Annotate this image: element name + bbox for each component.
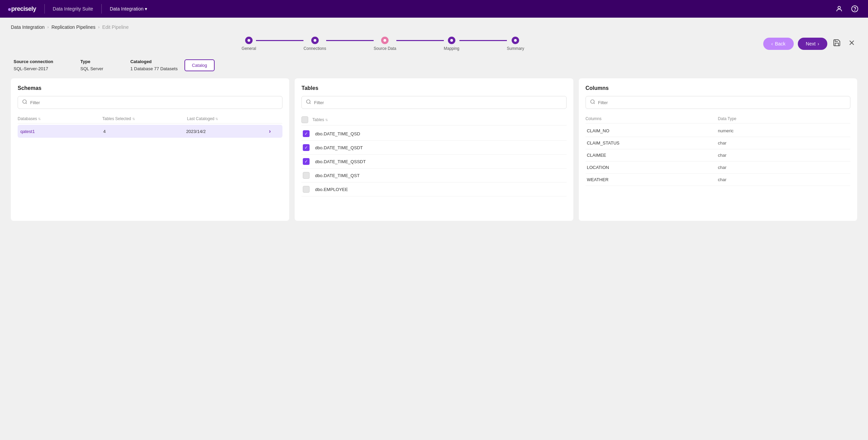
tables-panel: Tables Tables ⇅ (295, 78, 573, 221)
tables-filter-box[interactable] (301, 96, 566, 109)
table-name-3: dbo.DATE_TIME_QSSDT (315, 159, 565, 164)
columns-panel-title: Columns (586, 85, 850, 91)
column-row: CLAIM_NO numeric (586, 125, 850, 137)
schemas-filter-box[interactable] (18, 96, 282, 109)
column-type-3: char (718, 153, 849, 158)
svg-point-7 (514, 39, 517, 42)
tables-panel-title: Tables (301, 85, 566, 91)
next-button[interactable]: Next › (798, 38, 827, 50)
tables-checkbox-header (301, 116, 312, 123)
close-icon (848, 39, 856, 47)
columns-filter-box[interactable] (586, 96, 850, 109)
wizard-step-connections[interactable]: Connections (303, 37, 326, 51)
help-button[interactable] (850, 4, 860, 14)
schema-row[interactable]: qatest1 4 2023/14/2 › (18, 125, 282, 138)
breadcrumb-data-integration[interactable]: Data Integration (11, 24, 45, 30)
tables-col-tables: Tables ⇅ (312, 116, 566, 123)
wizard-steps: General Connections Source Data (11, 37, 755, 51)
close-button[interactable] (846, 37, 857, 50)
column-name-5: WEATHER (587, 177, 718, 182)
schema-row-chevron: › (269, 128, 280, 134)
columns-filter-input[interactable] (598, 100, 846, 105)
schemas-search-icon (22, 99, 27, 106)
column-name-1: CLAIM_NO (587, 128, 718, 133)
tables-col-headers: Tables ⇅ (301, 114, 566, 126)
columns-col-headers: Columns Data Type (586, 114, 850, 123)
schemas-filter-input[interactable] (30, 100, 278, 105)
cataloged-label: Cataloged (130, 59, 177, 64)
breadcrumb-replication-pipelines[interactable]: Replication Pipelines (52, 24, 96, 30)
select-all-checkbox[interactable] (301, 116, 308, 123)
wizard-step-mapping[interactable]: Mapping (444, 37, 459, 51)
table-row[interactable]: dbo.DATE_TIME_QST (301, 169, 566, 183)
table-row[interactable]: ✓ dbo.DATE_TIME_QSSDT (301, 155, 566, 169)
column-row: CLAIMEE char (586, 149, 850, 161)
save-icon (833, 39, 841, 47)
step-circle-summary (512, 37, 519, 44)
svg-point-0 (838, 6, 840, 9)
catalog-button[interactable]: Catalog (184, 59, 215, 71)
wizard-step-general[interactable]: General (242, 37, 256, 51)
nav-right (834, 4, 860, 14)
schema-tables-selected: 4 (103, 129, 186, 134)
back-label: Back (775, 41, 785, 46)
step-circle-general (245, 37, 253, 44)
next-arrow-icon: › (817, 41, 819, 46)
table-name-4: dbo.DATE_TIME_QST (315, 173, 565, 178)
schemas-col-tables: Tables Selected ⇅ (102, 116, 187, 121)
top-navigation: precisely Data Integrity Suite Data Inte… (0, 0, 868, 18)
sort-icon-tables: ⇅ (132, 117, 135, 121)
wizard-container: General Connections Source Data (11, 37, 857, 51)
step-connector-1 (256, 40, 303, 41)
nav-left: precisely Data Integrity Suite Data Inte… (8, 4, 147, 14)
table-checkbox-1[interactable]: ✓ (303, 130, 310, 137)
tables-filter-input[interactable] (314, 100, 562, 105)
source-connection-block: Source connection SQL-Server-2017 (14, 59, 53, 72)
column-type-2: char (718, 140, 849, 146)
table-row[interactable]: ✓ dbo.DATE_TIME_QSD (301, 127, 566, 141)
table-row[interactable]: dbo.EMPLOYEE (301, 183, 566, 196)
step-label-general: General (242, 46, 256, 51)
step-circle-source-data (381, 37, 389, 44)
svg-point-12 (307, 100, 310, 103)
wizard-step-summary[interactable]: Summary (507, 37, 524, 51)
source-connection-label: Source connection (14, 59, 53, 64)
column-row: WEATHER char (586, 174, 850, 186)
save-button[interactable] (831, 37, 842, 50)
table-checkbox-5[interactable] (303, 186, 310, 193)
table-checkbox-2[interactable]: ✓ (303, 144, 310, 151)
tables-list: ✓ dbo.DATE_TIME_QSD ✓ dbo.DATE_TIME_QSDT… (301, 127, 566, 196)
schemas-col-headers: Databases ⇅ Tables Selected ⇅ Last Catal… (18, 114, 282, 123)
schema-db-name: qatest1 (20, 129, 103, 134)
cataloged-block: Cataloged 1 Database 77 Datasets Catalog (130, 59, 214, 72)
dropdown-icon: ▾ (145, 6, 147, 12)
help-icon (851, 5, 859, 13)
column-row: CLAIM_STATUS char (586, 137, 850, 149)
table-row[interactable]: ✓ dbo.DATE_TIME_QSDT (301, 141, 566, 155)
user-profile-button[interactable] (834, 4, 844, 14)
columns-col-type: Data Type (718, 116, 850, 121)
table-name-5: dbo.EMPLOYEE (315, 187, 565, 192)
svg-point-4 (314, 39, 316, 42)
type-label: Type (80, 59, 103, 64)
sort-icon-tables-col: ⇅ (325, 118, 328, 122)
main-content: Data Integration › Replication Pipelines… (0, 18, 868, 440)
product-menu[interactable]: Data Integration ▾ (110, 6, 147, 12)
svg-point-2 (855, 10, 855, 11)
back-arrow-icon: ‹ (771, 41, 773, 46)
table-checkbox-4[interactable] (303, 172, 310, 179)
table-name-2: dbo.DATE_TIME_QSDT (315, 145, 565, 150)
columns-panel: Columns Columns Data Type CLAIM_NO numer… (579, 78, 857, 221)
wizard-step-source-data[interactable]: Source Data (374, 37, 396, 51)
tables-search-icon (306, 99, 311, 106)
column-row: LOCATION char (586, 161, 850, 174)
columns-search-icon (590, 99, 595, 106)
type-block: Type SQL Server (80, 59, 103, 72)
step-connector-2 (326, 40, 374, 41)
svg-point-3 (248, 39, 250, 42)
back-button[interactable]: ‹ Back (763, 38, 794, 50)
schema-last-cataloged: 2023/14/2 (186, 129, 269, 134)
table-checkbox-3[interactable]: ✓ (303, 158, 310, 165)
breadcrumb: Data Integration › Replication Pipelines… (11, 24, 857, 30)
schemas-panel: Schemas Databases ⇅ Tables Selected ⇅ (11, 78, 289, 221)
